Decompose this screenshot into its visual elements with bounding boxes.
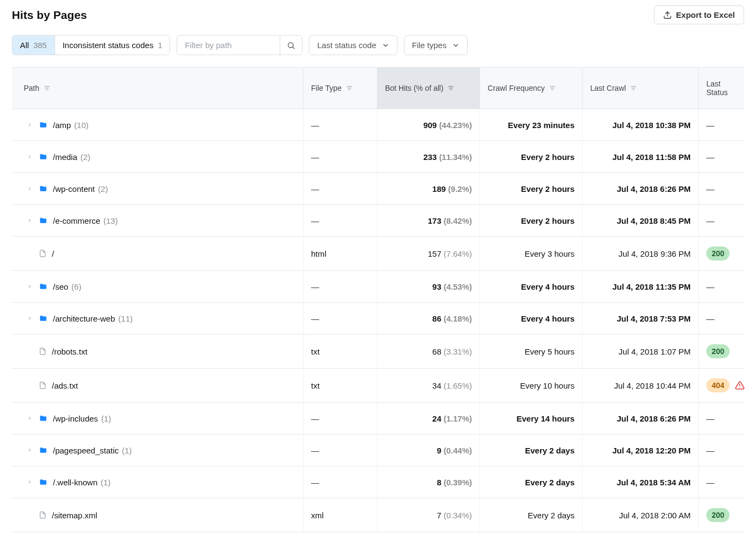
folder-icon xyxy=(39,283,48,290)
chevron-right-icon[interactable] xyxy=(26,416,33,421)
chevron-down-icon xyxy=(452,42,460,49)
cell-path[interactable]: /wp-content(2) xyxy=(12,173,303,204)
filetype-text: html xyxy=(311,249,326,258)
cell-path[interactable]: /pagespeed_static(1) xyxy=(12,435,303,466)
col-filetype-label: File Type xyxy=(311,84,342,92)
path-text: /architecture-web xyxy=(53,314,115,323)
cell-path[interactable]: /media(2) xyxy=(12,141,303,172)
cell-status: — xyxy=(699,435,744,466)
dropdown-status-code[interactable]: Last status code xyxy=(309,35,397,55)
cell-crawl-frequency: Every 2 hours xyxy=(480,141,583,172)
cell-filetype: — xyxy=(303,435,377,466)
cell-last-crawl: Jul 4, 2018 6:26 PM xyxy=(583,173,699,204)
table-row[interactable]: /.well-known(1)—8 (0.39%)Every 2 daysJul… xyxy=(12,466,744,498)
chevron-right-icon[interactable] xyxy=(26,154,33,159)
cell-path[interactable]: /amp(10) xyxy=(12,109,303,141)
chevron-right-icon[interactable] xyxy=(26,448,33,453)
dropdown-file-types[interactable]: File types xyxy=(404,35,468,55)
last-crawl-text: Jul 4, 2018 11:58 PM xyxy=(612,152,691,162)
cell-bot-hits: 86 (4.18%) xyxy=(377,303,480,334)
filetype-text: — xyxy=(311,216,319,225)
crawl-frequency-text: Every 2 days xyxy=(525,478,575,487)
cell-filetype: txt xyxy=(303,369,377,402)
hits-table: Path File Type Bot Hits (% of all) Crawl… xyxy=(12,67,744,532)
cell-status: — xyxy=(699,173,744,204)
chevron-right-icon[interactable] xyxy=(26,186,33,191)
cell-filetype: html xyxy=(303,237,377,270)
path-count: (2) xyxy=(98,184,108,193)
cell-bot-hits: 9 (0.44%) xyxy=(377,435,480,466)
cell-last-crawl: Jul 4, 2018 6:26 PM xyxy=(583,403,699,434)
table-row[interactable]: /amp(10)—909 (44.23%)Every 23 minutesJul… xyxy=(12,109,744,141)
dropdown-file-types-label: File types xyxy=(412,41,447,50)
table-row[interactable]: /e-commerce(13)—173 (8.42%)Every 2 hours… xyxy=(12,205,744,237)
table-row[interactable]: /ads.txttxt34 (1.65%)Every 10 hoursJul 4… xyxy=(12,369,744,403)
crawl-frequency-text: Every 2 hours xyxy=(521,216,575,225)
cell-path[interactable]: /wp-includes(1) xyxy=(12,403,303,434)
table-row[interactable]: /wp-content(2)—189 (9.2%)Every 2 hoursJu… xyxy=(12,173,744,205)
search-icon xyxy=(287,41,295,50)
chevron-right-icon[interactable] xyxy=(26,284,33,289)
cell-path[interactable]: /robots.txt xyxy=(12,335,303,368)
table-row[interactable]: /seo(6)—93 (4.53%)Every 4 hoursJul 4, 20… xyxy=(12,271,744,303)
col-path[interactable]: Path xyxy=(12,68,303,109)
filetype-text: — xyxy=(311,314,319,323)
status-dash: — xyxy=(706,478,714,487)
cell-crawl-frequency: Every 14 hours xyxy=(480,403,583,434)
tab-all-label: All xyxy=(20,41,29,50)
table-row[interactable]: /sitemap.xmlxml7 (0.34%)Every 2 daysJul … xyxy=(12,498,744,532)
status-dash: — xyxy=(706,216,714,225)
cell-path[interactable]: /sitemap.xml xyxy=(12,498,303,532)
col-filetype[interactable]: File Type xyxy=(303,68,377,109)
file-icon xyxy=(39,511,46,519)
crawl-frequency-text: Every 23 minutes xyxy=(508,121,575,130)
sort-icon xyxy=(346,85,353,91)
export-excel-button[interactable]: Export to Excel xyxy=(654,5,744,24)
crawl-frequency-text: Every 4 hours xyxy=(521,314,575,323)
col-last-crawl[interactable]: Last Crawl xyxy=(583,68,699,109)
cell-bot-hits: 68 (3.31%) xyxy=(377,335,480,368)
cell-last-crawl: Jul 4, 2018 7:53 PM xyxy=(583,303,699,334)
cell-status: 200 xyxy=(699,335,744,368)
col-last-status[interactable]: Last Status xyxy=(699,68,744,109)
cell-crawl-frequency: Every 2 hours xyxy=(480,205,583,236)
chevron-right-icon[interactable] xyxy=(26,316,33,321)
tab-all[interactable]: All 385 xyxy=(12,36,55,55)
cell-path[interactable]: /ads.txt xyxy=(12,369,303,402)
tab-group: All 385 Inconsistent status codes 1 xyxy=(12,35,170,55)
cell-bot-hits: 157 (7.64%) xyxy=(377,237,480,270)
col-bot-hits[interactable]: Bot Hits (% of all) xyxy=(377,68,480,109)
hits-number: 7 xyxy=(437,511,441,520)
last-crawl-text: Jul 4, 2018 2:00 AM xyxy=(619,511,691,520)
table-row[interactable]: /robots.txttxt68 (3.31%)Every 5 hoursJul… xyxy=(12,335,744,369)
cell-path[interactable]: /e-commerce(13) xyxy=(12,205,303,236)
cell-path[interactable]: /architecture-web(11) xyxy=(12,303,303,334)
table-row[interactable]: /html157 (7.64%)Every 3 hoursJul 4, 2018… xyxy=(12,237,744,271)
filetype-text: — xyxy=(311,414,319,423)
cell-path[interactable]: / xyxy=(12,237,303,270)
table-row[interactable]: /architecture-web(11)—86 (4.18%)Every 4 … xyxy=(12,303,744,335)
chevron-right-icon[interactable] xyxy=(26,122,33,128)
chevron-right-icon[interactable] xyxy=(26,479,33,485)
tab-inconsistent[interactable]: Inconsistent status codes 1 xyxy=(55,36,170,55)
crawl-frequency-text: Every 5 hours xyxy=(524,347,575,356)
cell-last-crawl: Jul 4, 2018 11:58 PM xyxy=(583,141,699,172)
hits-number: 34 xyxy=(433,381,442,390)
table-row[interactable]: /media(2)—233 (11.34%)Every 2 hoursJul 4… xyxy=(12,141,744,173)
filetype-text: txt xyxy=(311,347,320,356)
filter-path-search-button[interactable] xyxy=(280,36,302,55)
path-text: /.well-known xyxy=(53,478,98,487)
col-crawl-freq[interactable]: Crawl Frequency xyxy=(480,68,583,109)
last-crawl-text: Jul 4, 2018 10:44 PM xyxy=(614,381,691,390)
hits-percent: (4.53%) xyxy=(443,282,472,291)
cell-path[interactable]: /.well-known(1) xyxy=(12,466,303,498)
filter-path-input[interactable] xyxy=(177,36,280,55)
table-row[interactable]: /wp-includes(1)—24 (1.17%)Every 14 hours… xyxy=(12,403,744,435)
crawl-frequency-text: Every 14 hours xyxy=(516,414,575,423)
filetype-text: — xyxy=(311,446,319,455)
cell-path[interactable]: /seo(6) xyxy=(12,271,303,302)
table-row[interactable]: /pagespeed_static(1)—9 (0.44%)Every 2 da… xyxy=(12,435,744,466)
tab-all-count: 385 xyxy=(33,41,47,50)
chevron-right-icon[interactable] xyxy=(26,218,33,223)
cell-crawl-frequency: Every 3 hours xyxy=(480,237,583,270)
